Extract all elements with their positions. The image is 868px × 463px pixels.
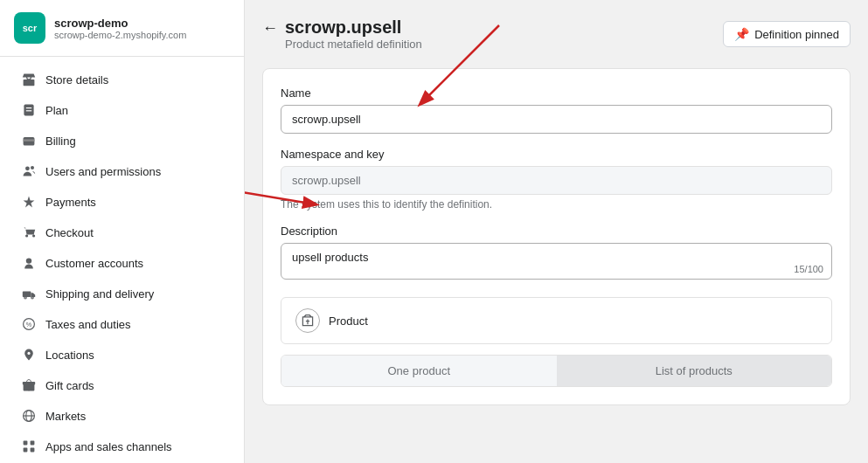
sidebar-item-apps[interactable]: Apps and sales channels: [7, 432, 237, 461]
svg-point-15: [27, 352, 30, 355]
namespace-input: [281, 166, 832, 195]
sidebar-label: Gift cards: [45, 379, 94, 392]
sidebar-item-locations[interactable]: Locations: [7, 340, 237, 370]
checkout-icon: [21, 225, 37, 240]
name-label: Name: [281, 86, 832, 100]
sidebar-item-billing[interactable]: Billing: [7, 126, 237, 155]
svg-rect-2: [24, 105, 33, 116]
svg-text:%: %: [26, 321, 32, 328]
description-wrapper: upsell products 15/100: [281, 243, 832, 283]
list-of-products-button[interactable]: List of products: [557, 356, 832, 386]
sidebar-item-markets[interactable]: Markets: [7, 401, 237, 431]
sidebar-label: Markets: [45, 410, 86, 423]
sidebar-item-customer-accounts[interactable]: Customer accounts: [7, 248, 237, 278]
svg-rect-5: [24, 137, 35, 146]
sidebar-item-shipping[interactable]: Shipping and delivery: [7, 279, 237, 308]
sidebar-item-taxes[interactable]: % Taxes and duties: [7, 309, 237, 339]
product-quantity-toggle: One product List of products: [281, 355, 832, 387]
store-icon: [21, 72, 37, 87]
billing-icon: [21, 133, 37, 149]
svg-point-11: [24, 297, 26, 299]
store-url: scrowp-demo-2.myshopify.com: [54, 30, 186, 40]
namespace-label: Namespace and key: [281, 148, 832, 161]
page-title: scrowp.upsell: [285, 17, 401, 38]
payments-icon: [21, 194, 37, 210]
name-input[interactable]: [281, 105, 832, 134]
description-label: Description: [281, 225, 832, 238]
back-button[interactable]: ←: [262, 20, 278, 36]
page-subtitle: Product metafield definition: [285, 38, 422, 51]
sidebar-label: Users and permissions: [45, 165, 161, 178]
description-group: Description upsell products 15/100: [281, 225, 832, 283]
sidebar-item-checkout[interactable]: Checkout: [7, 218, 237, 247]
name-group: Name: [281, 86, 832, 134]
svg-rect-23: [24, 448, 28, 453]
plan-icon: [21, 102, 37, 118]
sidebar-item-gift-cards[interactable]: Gift cards: [7, 370, 237, 400]
svg-rect-10: [23, 292, 31, 297]
sidebar-label: Payments: [45, 196, 96, 209]
page-header: ← scrowp.upsell Product metafield defini…: [262, 17, 851, 51]
svg-rect-0: [24, 79, 35, 86]
customer-icon: [21, 255, 37, 271]
svg-point-9: [26, 258, 31, 263]
markets-icon: [21, 408, 37, 424]
pin-icon: 📌: [734, 27, 749, 41]
product-type-box: Product: [281, 297, 832, 344]
gift-icon: [21, 377, 37, 393]
sidebar-item-users[interactable]: Users and permissions: [7, 156, 237, 186]
store-header[interactable]: scr scrowp-demo scrowp-demo-2.myshopify.…: [0, 0, 244, 57]
nav-list: Store details Plan Billing Users and per…: [0, 57, 244, 463]
users-icon: [21, 163, 37, 179]
sidebar-label: Locations: [45, 349, 94, 362]
product-type-icon: [295, 308, 320, 333]
sidebar-label: Customer accounts: [45, 257, 143, 270]
description-input[interactable]: upsell products: [281, 243, 832, 280]
pin-definition-button[interactable]: 📌 Definition pinned: [723, 21, 851, 47]
svg-point-8: [31, 166, 34, 169]
description-counter: 15/100: [794, 264, 823, 274]
product-label: Product: [329, 314, 368, 328]
main-content: ← scrowp.upsell Product metafield defini…: [245, 0, 868, 463]
locations-icon: [21, 347, 37, 363]
shipping-icon: [21, 286, 37, 301]
svg-point-12: [31, 297, 33, 299]
page-title-row: ← scrowp.upsell: [262, 17, 422, 38]
store-avatar: scr: [14, 12, 45, 44]
sidebar-label: Checkout: [45, 226, 94, 239]
store-info: scrowp-demo scrowp-demo-2.myshopify.com: [54, 17, 186, 40]
store-name: scrowp-demo: [54, 17, 186, 30]
svg-rect-6: [24, 139, 35, 141]
sidebar-item-payments[interactable]: Payments: [7, 187, 237, 217]
sidebar-item-store-details[interactable]: Store details: [7, 65, 237, 94]
sidebar-label: Apps and sales channels: [45, 440, 172, 453]
svg-point-7: [25, 166, 30, 170]
sidebar-label: Shipping and delivery: [45, 287, 154, 301]
one-product-button[interactable]: One product: [281, 356, 557, 386]
svg-rect-21: [24, 441, 28, 446]
form-card: Name Namespace and key The system uses t…: [262, 68, 851, 405]
namespace-group: Namespace and key The system uses this t…: [281, 148, 832, 211]
namespace-hint: The system uses this to identify the def…: [281, 198, 832, 211]
page-title-group: ← scrowp.upsell Product metafield defini…: [262, 17, 422, 51]
svg-rect-22: [31, 441, 35, 446]
sidebar-label: Plan: [45, 104, 68, 117]
apps-icon: [21, 439, 37, 454]
sidebar-label: Taxes and duties: [45, 318, 131, 331]
taxes-icon: %: [21, 316, 37, 332]
svg-rect-24: [31, 448, 35, 453]
sidebar-label: Store details: [45, 73, 108, 86]
sidebar-item-plan[interactable]: Plan: [7, 95, 237, 125]
sidebar-label: Billing: [45, 135, 76, 148]
sidebar: scr scrowp-demo scrowp-demo-2.myshopify.…: [0, 0, 245, 463]
pin-label: Definition pinned: [754, 28, 839, 41]
